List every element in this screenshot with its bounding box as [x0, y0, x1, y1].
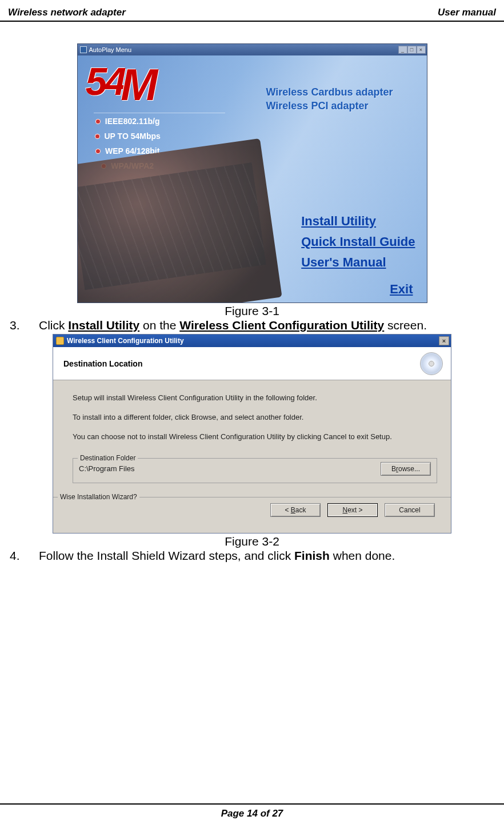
wizard-title: Wireless Client Configuration Utility	[67, 337, 184, 345]
header-right: User manual	[438, 7, 496, 18]
install-utility-link[interactable]: Install Utility	[301, 211, 415, 232]
cd-icon	[420, 352, 443, 375]
logo-54m: 54M	[86, 59, 156, 111]
autoplay-window: AutoPlay Menu _ □ × 54M Wireless Cardbus…	[77, 43, 427, 303]
subtitle-1: Wireless Cardbus adapter	[266, 86, 393, 98]
step-3: 3. Click Install Utility on the Wireless…	[8, 318, 496, 333]
wizard-window: Wireless Client Configuration Utility × …	[53, 334, 451, 534]
step-text: Follow the Install Shield Wizard steps, …	[39, 549, 294, 562]
wizard-titlebar: Wireless Client Configuration Utility ×	[53, 335, 451, 347]
bullet-icon	[95, 119, 101, 124]
autoplay-titlebar: AutoPlay Menu _ □ ×	[78, 44, 427, 55]
menu-links: Install Utility Quick Install Guide User…	[301, 211, 415, 273]
step-number: 4.	[8, 548, 39, 563]
step-text: when done.	[330, 549, 395, 562]
page-header: Wireless network adapter User manual	[0, 7, 504, 22]
step-4: 4. Follow the Install Shield Wizard step…	[8, 548, 496, 563]
autoplay-title: AutoPlay Menu	[89, 46, 132, 53]
subtitle-2: Wireless PCI adapter	[266, 100, 369, 112]
destination-path: C:\Program Files	[79, 464, 135, 474]
wizard-text: You can choose not to install Wireless C…	[73, 432, 437, 442]
wizard-text: Setup will install Wireless Client Confi…	[73, 393, 437, 403]
wizard-body: Setup will install Wireless Client Confi…	[53, 380, 451, 533]
cancel-button[interactable]: Cancel	[385, 503, 435, 517]
figure-3-2-caption: Figure 3-2	[8, 535, 496, 548]
spec-item: IEEE802.11b/g	[105, 117, 160, 126]
wizard-heading: Destination Location	[63, 359, 142, 368]
installer-icon	[56, 337, 64, 345]
destination-folder-group: Destination Folder C:\Program Files Brow…	[73, 458, 437, 483]
step-text: on the	[139, 319, 179, 332]
exit-link[interactable]: Exit	[390, 282, 413, 297]
step-number: 3.	[8, 318, 39, 333]
wizard-header: Destination Location	[53, 347, 451, 380]
wise-legend: Wise Installation Wizard?	[58, 492, 139, 502]
quick-install-guide-link[interactable]: Quick Install Guide	[301, 232, 415, 252]
window-icon	[80, 46, 87, 53]
page-footer: Page 14 of 27	[0, 803, 504, 819]
page-number: Page 14 of 27	[221, 808, 283, 819]
browse-button[interactable]: Browse...	[381, 462, 431, 476]
next-button[interactable]: Next >	[327, 503, 378, 517]
divider	[94, 113, 225, 113]
step-bold: Finish	[294, 549, 330, 562]
back-button[interactable]: < Back	[270, 503, 321, 517]
users-manual-link[interactable]: User's Manual	[301, 252, 415, 273]
group-legend: Destination Folder	[78, 453, 138, 463]
header-left: Wireless network adapter	[8, 7, 126, 18]
close-icon[interactable]: ×	[417, 46, 426, 54]
step-bold: Install Utility	[68, 319, 139, 332]
bullet-icon	[95, 149, 101, 154]
step-bold: Wireless Client Configuration Utility	[179, 319, 384, 332]
bullet-icon	[95, 134, 100, 139]
step-text: Click	[39, 319, 68, 332]
wizard-text: To install into a different folder, clic…	[73, 412, 437, 423]
figure-3-1-caption: Figure 3-1	[8, 304, 496, 318]
keyboard-photo	[78, 138, 282, 302]
autoplay-body: 54M Wireless Cardbus adapter Wireless PC…	[78, 55, 427, 302]
close-icon[interactable]: ×	[439, 336, 449, 345]
maximize-icon[interactable]: □	[407, 46, 417, 54]
minimize-icon[interactable]: _	[398, 46, 407, 54]
spec-item: UP TO 54Mbps	[105, 132, 161, 141]
wizard-separator: Wise Installation Wizard? < Back Next > …	[53, 497, 451, 530]
step-text: screen.	[384, 319, 427, 332]
